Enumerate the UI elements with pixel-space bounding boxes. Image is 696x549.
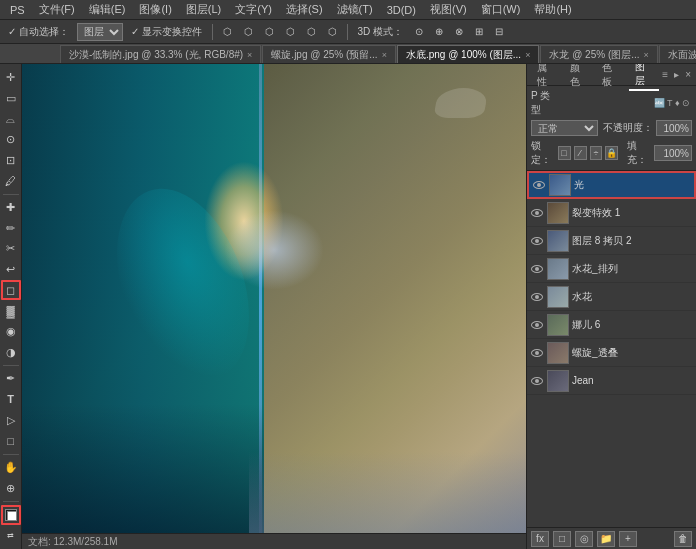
lasso-tool-btn[interactable]: ⌓ [1, 109, 21, 129]
zoom-tool-btn[interactable]: ⊕ [1, 478, 21, 498]
fg-color-btn[interactable] [1, 505, 21, 525]
select-menu[interactable]: 选择(S) [280, 1, 329, 18]
layer-item-spiral-overlay[interactable]: 螺旋_透叠 [527, 339, 696, 367]
layer-name-splash: 水花 [572, 290, 693, 304]
tab-spiral[interactable]: 螺旋.jpg @ 25% (预留... × [262, 45, 396, 63]
layer-fx-btn[interactable]: fx [531, 531, 549, 547]
blur-tool-btn[interactable]: ◉ [1, 322, 21, 342]
panel-close-icon[interactable]: × [684, 68, 692, 81]
panel-icons: ≡ ▸ × [661, 68, 692, 81]
filter-menu[interactable]: 滤镜(T) [331, 1, 379, 18]
image-menu[interactable]: 图像(I) [133, 1, 177, 18]
dodge-tool-btn[interactable]: ◑ [1, 342, 21, 362]
3d-rotate-btn[interactable]: ⊙ [411, 25, 427, 38]
hand-tool-btn[interactable]: ✋ [1, 458, 21, 478]
opacity-input[interactable] [656, 120, 692, 136]
tool-divider-1 [3, 194, 19, 195]
layer-vis-copy2[interactable] [530, 234, 544, 248]
quick-select-tool-btn[interactable]: ⊙ [1, 130, 21, 150]
tab-water[interactable]: 水底.png @ 100% (图层... × [397, 45, 539, 63]
layer-item-splash[interactable]: 水花 [527, 283, 696, 311]
swap-colors-btn[interactable]: ⇄ [1, 526, 21, 546]
edit-menu[interactable]: 编辑(E) [83, 1, 132, 18]
panel-menu-icon[interactable]: ≡ [661, 68, 669, 81]
tab-close-dragon[interactable]: × [644, 50, 649, 60]
3d-slide-btn[interactable]: ⊞ [471, 25, 487, 38]
shape-tool-btn[interactable]: □ [1, 431, 21, 451]
view-menu[interactable]: 视图(V) [424, 1, 473, 18]
eraser-tool-btn[interactable]: ◻ [1, 280, 21, 300]
layer-item-splash-arrange[interactable]: 水花_排列 [527, 255, 696, 283]
blend-row: 正常 溶解 正片叠底 不透明度： [531, 120, 692, 136]
align-right-btn[interactable]: ⬡ [261, 25, 278, 38]
spot-heal-tool-btn[interactable]: ✚ [1, 198, 21, 218]
3d-menu[interactable]: 3D(D) [381, 3, 422, 17]
layer-item-jean[interactable]: Jean [527, 367, 696, 395]
align-top-btn[interactable]: ⬡ [282, 25, 299, 38]
brush-tool-btn[interactable]: ✏ [1, 218, 21, 238]
layer-vis-na6[interactable] [530, 318, 544, 332]
layer-item-na6[interactable]: 娜儿 6 [527, 311, 696, 339]
blend-icons: 🔤 T ♦ ⊙ [654, 98, 692, 108]
help-menu[interactable]: 帮助(H) [528, 1, 577, 18]
layer-vis-jean[interactable] [530, 374, 544, 388]
tab-close-water[interactable]: × [525, 50, 530, 60]
layer-thumb-spiral-overlay [547, 342, 569, 364]
tab-close-spiral[interactable]: × [382, 50, 387, 60]
new-group-btn[interactable]: 📁 [597, 531, 615, 547]
layer-vis-effect1[interactable] [530, 206, 544, 220]
lock-transparent-btn[interactable]: □ [558, 146, 571, 160]
ps-menu[interactable]: PS [4, 3, 31, 17]
layer-menu[interactable]: 图层(L) [180, 1, 227, 18]
canvas-area[interactable]: 文档: 12.3M/258.1M [22, 64, 526, 549]
layer-vis-splash-arrange[interactable] [530, 262, 544, 276]
delete-layer-btn[interactable]: 🗑 [674, 531, 692, 547]
path-selection-tool-btn[interactable]: ▷ [1, 410, 21, 430]
layers-list[interactable]: 光 裂变特效 1 图层 8 拷贝 2 [527, 171, 696, 527]
show-transform-checkbox[interactable]: ✓ 显示变换控件 [127, 24, 206, 40]
auto-select-dropdown[interactable]: 图层 组 [77, 23, 123, 41]
layer-vis-splash[interactable] [530, 290, 544, 304]
align-mid-btn[interactable]: ⬡ [303, 25, 320, 38]
blend-mode-select[interactable]: 正常 溶解 正片叠底 [531, 120, 598, 136]
layer-adjustment-btn[interactable]: ◎ [575, 531, 593, 547]
history-brush-tool-btn[interactable]: ↩ [1, 260, 21, 280]
pen-tool-btn[interactable]: ✒ [1, 369, 21, 389]
layer-mask-btn[interactable]: □ [553, 531, 571, 547]
type-menu[interactable]: 文字(Y) [229, 1, 278, 18]
3d-scale-btn[interactable]: ⊟ [491, 25, 507, 38]
panel-collapse-icon[interactable]: ▸ [673, 68, 680, 81]
eyedropper-tool-btn[interactable]: 🖊 [1, 171, 21, 191]
lock-image-btn[interactable]: ∕ [574, 146, 587, 160]
fill-input[interactable] [654, 145, 692, 161]
lock-all-btn[interactable]: 🔒 [605, 146, 618, 160]
layer-item-effect1[interactable]: 裂变特效 1 [527, 199, 696, 227]
file-menu[interactable]: 文件(F) [33, 1, 81, 18]
move-tool-btn[interactable]: ✛ [1, 68, 21, 88]
selection-tool-btn[interactable]: ▭ [1, 89, 21, 109]
layer-controls: P 类型 🔤 T ♦ ⊙ 正常 溶解 正片叠底 不透明度： 锁定： □ ∕ ÷ … [527, 86, 696, 171]
tab-ripple[interactable]: 水面波纹.jpg @ 33.3%... × [659, 45, 696, 63]
tab-close-desert[interactable]: × [247, 50, 252, 60]
new-layer-btn[interactable]: + [619, 531, 637, 547]
layer-vis-light[interactable] [532, 178, 546, 192]
3d-drag-btn[interactable]: ⊗ [451, 25, 467, 38]
align-bottom-btn[interactable]: ⬡ [324, 25, 341, 38]
tool-divider-2 [3, 365, 19, 366]
align-center-btn[interactable]: ⬡ [240, 25, 257, 38]
toolbar-divider-2 [347, 24, 348, 40]
tab-desert[interactable]: 沙漠-低制的.jpg @ 33.3% (光, RGB/8#) × [60, 45, 261, 63]
layer-item-light[interactable]: 光 [527, 171, 696, 199]
layer-thumb-splash-arrange [547, 258, 569, 280]
3d-roll-btn[interactable]: ⊕ [431, 25, 447, 38]
layer-item-copy2[interactable]: 图层 8 拷贝 2 [527, 227, 696, 255]
align-left-btn[interactable]: ⬡ [219, 25, 236, 38]
layer-vis-spiral-overlay[interactable] [530, 346, 544, 360]
type-tool-btn[interactable]: T [1, 390, 21, 410]
tab-dragon[interactable]: 水龙 @ 25% (图层... × [540, 45, 657, 63]
lock-position-btn[interactable]: ÷ [590, 146, 603, 160]
window-menu[interactable]: 窗口(W) [475, 1, 527, 18]
gradient-tool-btn[interactable]: ▓ [1, 301, 21, 321]
clone-stamp-tool-btn[interactable]: ✂ [1, 239, 21, 259]
crop-tool-btn[interactable]: ⊡ [1, 151, 21, 171]
